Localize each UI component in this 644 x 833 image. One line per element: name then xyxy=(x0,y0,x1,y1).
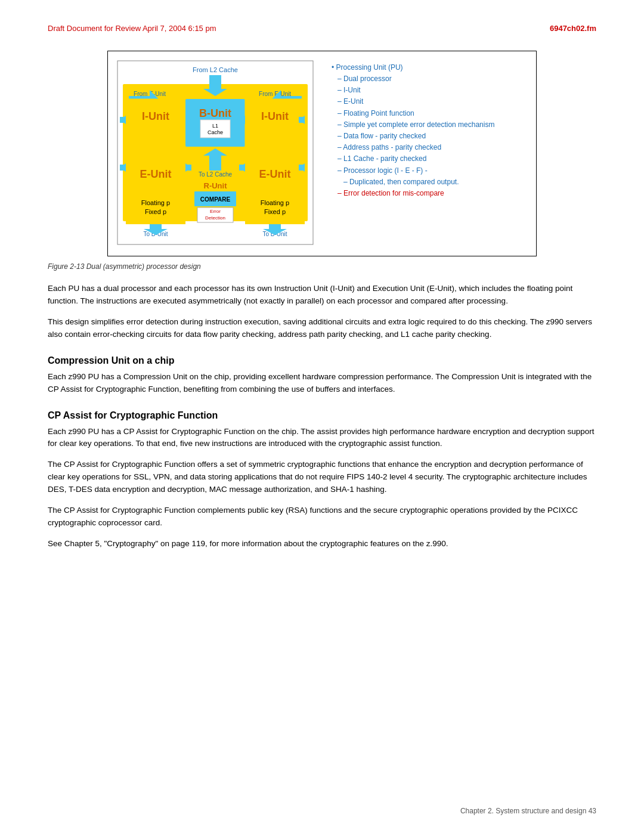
diagram-bullet-list: Processing Unit (PU) Dual processor I-Un… xyxy=(332,60,527,247)
processor-diagram: From L2 Cache From E-Unit From E-Unit I-… xyxy=(117,60,320,247)
bullet-eunit: E-Unit xyxy=(338,96,527,107)
svg-rect-14 xyxy=(245,99,305,147)
processor-diagram-svg: From L2 Cache From E-Unit From E-Unit I-… xyxy=(117,60,314,245)
sub-bullet-list: Dual processor I-Unit E-Unit Floating Po… xyxy=(332,73,527,199)
section-cp-p1: Each z990 PU has a CP Assist for Cryptog… xyxy=(48,426,596,451)
section-cp-p2: The CP Assist for Cryptographic Function… xyxy=(48,459,596,496)
page-header: Draft Document for Review April 7, 2004 … xyxy=(48,24,596,33)
section-cp-p3: The CP Assist for Cryptographic Function… xyxy=(48,504,596,529)
bullet-duplicated: Duplicated, then compared output. xyxy=(338,176,527,188)
svg-text:Detection: Detection xyxy=(205,215,225,221)
figure-box: From L2 Cache From E-Unit From E-Unit I-… xyxy=(107,51,537,256)
svg-text:I-Unit: I-Unit xyxy=(142,110,169,122)
svg-text:Fixed p: Fixed p xyxy=(145,208,166,215)
figure-container: From L2 Cache From E-Unit From E-Unit I-… xyxy=(48,51,596,256)
svg-text:To L2 Cache: To L2 Cache xyxy=(199,171,233,178)
figure-caption: Figure 2-13 Dual (asymmetric) processor … xyxy=(48,262,596,271)
svg-text:E-Unit: E-Unit xyxy=(140,168,172,180)
bullet-dual-processor: Dual processor xyxy=(338,73,527,85)
svg-text:Error: Error xyxy=(210,209,221,214)
main-bullet: Processing Unit (PU) xyxy=(332,63,527,72)
svg-text:E-Unit: E-Unit xyxy=(259,168,291,180)
bullet-iunit: I-Unit xyxy=(338,85,527,96)
page: Draft Document for Review April 7, 2004 … xyxy=(0,0,644,833)
bullet-floating-point: Floating Point function xyxy=(338,108,527,119)
svg-text:R-Unit: R-Unit xyxy=(204,181,228,190)
svg-text:B-Unit: B-Unit xyxy=(199,107,231,119)
body-paragraph-1: Each PU has a dual processor and each pr… xyxy=(48,283,596,308)
section-heading-compression: Compression Unit on a chip xyxy=(48,355,596,366)
bullet-data-flow: Data flow - parity checked xyxy=(338,131,527,142)
section-heading-cp-assist: CP Assist for Cryptographic Function xyxy=(48,410,596,421)
svg-text:From L2 Cache: From L2 Cache xyxy=(193,66,238,73)
bullet-l1-cache: L1 Cache - parity checked xyxy=(338,153,527,165)
bullet-error-detection-red: Error detection for mis-compare xyxy=(338,188,527,199)
svg-text:Cache: Cache xyxy=(208,129,223,135)
svg-text:I-Unit: I-Unit xyxy=(261,110,289,122)
section-compression-p1: Each z990 PU has a Compression Unit on t… xyxy=(48,371,596,396)
svg-text:Fixed p: Fixed p xyxy=(264,208,286,215)
svg-text:L1: L1 xyxy=(212,123,218,129)
svg-rect-7 xyxy=(126,99,185,147)
section-cp-p4: See Chapter 5, "Cryptography" on page 11… xyxy=(48,538,596,550)
bullet-address-paths: Address paths - parity checked xyxy=(338,142,527,153)
svg-text:Floating p: Floating p xyxy=(141,199,170,206)
footer-text: Chapter 2. System structure and design 4… xyxy=(460,807,596,815)
bullet-error-detection: Simple yet complete error detection mech… xyxy=(338,119,527,131)
svg-text:COMPARE: COMPARE xyxy=(200,196,231,203)
bullet-processor-logic: Processor logic (I - E - F) - xyxy=(338,165,527,176)
body-paragraph-2: This design simplifies error detection d… xyxy=(48,316,596,341)
header-filename: 6947ch02.fm xyxy=(550,24,596,33)
page-footer: Chapter 2. System structure and design 4… xyxy=(460,807,596,815)
header-draft-text: Draft Document for Review April 7, 2004 … xyxy=(48,24,216,33)
svg-text:Floating p: Floating p xyxy=(261,199,289,206)
